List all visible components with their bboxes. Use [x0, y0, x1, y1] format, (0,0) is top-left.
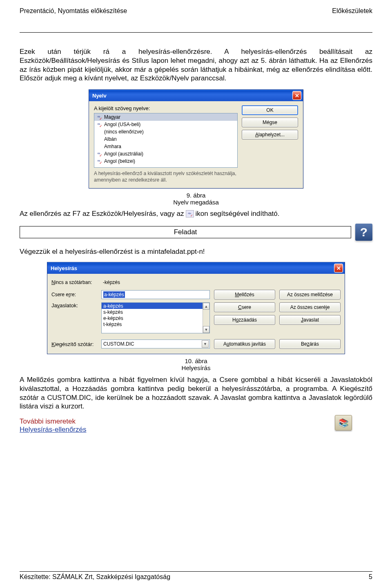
cancel-button[interactable]: Mégse — [242, 118, 298, 127]
header-right: Előkészületek — [332, 7, 372, 15]
page-footer: Készítette: SZÁMALK Zrt, Szakképzési Iga… — [20, 571, 372, 581]
list-item[interactable]: (nincs ellenőrizve) — [94, 128, 237, 135]
label-customdict: Kiegészítő szótár: — [51, 341, 97, 347]
close-button[interactable]: ✕ — [292, 91, 301, 100]
dialog-spelling: Helyesírás ✕ Nincs a szótárban: -képzés … — [47, 262, 345, 354]
ignore-button[interactable]: Mellőzés — [214, 290, 275, 300]
page-number: 5 — [369, 573, 372, 581]
spellcheck-icon — [96, 151, 102, 157]
customdict-combo[interactable]: CUSTOM.DIC ▼ — [101, 339, 210, 348]
list-item[interactable]: t-képzés — [102, 321, 203, 327]
figure-caption-9: 9. ábra Nyelv megadása — [20, 192, 372, 206]
item-text: Angol (ausztráliai) — [104, 151, 143, 157]
question-icon: ? — [355, 224, 372, 241]
autocorrect-button[interactable]: Automatikus javítás — [214, 339, 275, 349]
footer-left: Készítette: SZÁMALK Zrt, Szakképzési Iga… — [20, 573, 170, 581]
changeall-button[interactable]: Az összes cseréje — [279, 302, 341, 312]
label-notindict: Nincs a szótárban: — [51, 280, 97, 285]
header-left: Prezentáció, Nyomtatás előkészítése — [20, 7, 127, 15]
feladat-label: Feladat — [174, 228, 197, 236]
ignoreall-button[interactable]: Az összes mellőzése — [279, 290, 341, 300]
change-button[interactable]: Csere — [214, 302, 275, 312]
books-icon: 📚 — [335, 415, 352, 430]
language-label: A kijelölt szöveg nyelve: — [94, 105, 238, 111]
item-text: Angol (USA-beli) — [104, 122, 140, 127]
list-item[interactable]: Angol (belizei) — [94, 158, 237, 165]
close-icon: ✕ — [295, 93, 299, 99]
item-text: Angol (belizei) — [104, 158, 135, 164]
dialog-title: Nyelv — [92, 93, 107, 99]
paragraph-3: Végezzük el a helyesírás-ellenőrzést is … — [20, 247, 372, 256]
feladat-box: Feladat — [20, 226, 351, 238]
titlebar[interactable]: Nyelv ✕ — [89, 90, 303, 101]
item-text: Magyar — [104, 114, 120, 120]
chevron-down-icon[interactable]: ▼ — [202, 340, 209, 348]
list-item[interactable]: Amhara — [94, 143, 237, 150]
figure-caption-10: 10. ábra Helyesírás — [20, 357, 372, 371]
paragraph-2: Az ellenőrzés az F7 az Eszközök/Helyesír… — [20, 210, 372, 218]
default-button[interactable]: Alaphelyzet... — [242, 130, 298, 140]
hint-text: A helyesírás-ellenőrző a kiválasztott ny… — [94, 170, 238, 183]
list-item[interactable]: e-képzés — [102, 315, 203, 321]
paragraph-4: A Mellőzés gombra kattintva a hibát figy… — [20, 375, 372, 411]
scroll-down-icon[interactable]: ▼ — [203, 326, 209, 333]
close-icon: ✕ — [336, 265, 341, 271]
suggestions-listbox[interactable]: a-képzés s-képzés e-képzés t-képzés ▲ ▼ — [101, 302, 210, 333]
header-rule — [20, 31, 372, 33]
add-button[interactable]: Hozzáadás — [214, 315, 275, 325]
close-button[interactable]: ✕ — [334, 264, 343, 273]
list-item[interactable]: Magyar — [94, 113, 237, 121]
list-item[interactable]: Angol (ausztráliai) — [94, 150, 237, 158]
dialog-title: Helyesírás — [51, 265, 77, 271]
language-listbox[interactable]: Magyar Angol (USA-beli) (nincs ellenőriz… — [94, 113, 238, 168]
scroll-up-icon[interactable]: ▲ — [203, 303, 209, 310]
references: További ismeretek Helyesírás-ellenőrzés — [20, 417, 86, 434]
dialog-language: Nyelv ✕ A kijelölt szöveg nyelve: Magyar… — [89, 89, 303, 189]
ok-button[interactable]: OK — [242, 105, 298, 115]
label-changeto: Csere erre: — [51, 292, 97, 297]
titlebar[interactable]: Helyesírás ✕ — [47, 262, 345, 274]
close-button[interactable]: Bezárás — [279, 339, 341, 349]
list-item[interactable]: Albán — [94, 135, 237, 143]
page-header: Prezentáció, Nyomtatás előkészítése Elők… — [20, 7, 372, 15]
spellcheck-icon — [96, 122, 102, 127]
label-suggestions: Javaslatok: — [51, 302, 97, 308]
notindict-value: -képzés — [101, 278, 210, 287]
spellcheck-icon — [96, 158, 102, 164]
spellcheck-icon — [96, 114, 102, 120]
list-item[interactable]: s-képzés — [102, 309, 203, 315]
spellcheck-toolbar-icon — [186, 210, 194, 217]
item-text: Amhara — [104, 144, 121, 149]
suggest-button[interactable]: Javaslat — [279, 315, 341, 325]
changeto-input[interactable]: a-képzés — [101, 290, 210, 299]
paragraph-1: Ezek után térjük rá a helyesírás-ellenőr… — [20, 47, 372, 83]
spellcheck-link[interactable]: Helyesírás-ellenőrzés — [20, 426, 86, 434]
item-text: Albán — [104, 136, 117, 142]
item-text: (nincs ellenőrizve) — [104, 129, 144, 135]
list-item[interactable]: a-képzés — [102, 303, 203, 309]
list-item[interactable]: Angol (USA-beli) — [94, 121, 237, 128]
scrollbar[interactable]: ▲ ▼ — [203, 303, 209, 333]
more-info-label: További ismeretek — [20, 417, 86, 426]
